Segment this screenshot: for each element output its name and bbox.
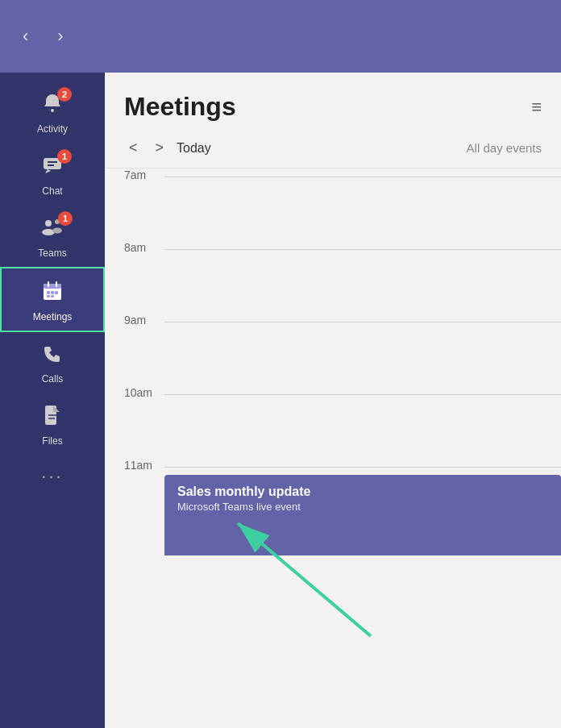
activity-badge: 2	[57, 87, 72, 102]
phone-icon	[42, 343, 63, 370]
content-header: Meetings ≡	[105, 73, 561, 131]
time-divider-8am	[164, 249, 561, 250]
chat-icon: 1	[41, 154, 64, 182]
time-slot-11am: 11am Sales monthly update Microsoft Team…	[105, 459, 561, 555]
sidebar-item-activity-label: Activity	[37, 123, 68, 135]
svg-rect-15	[55, 291, 58, 294]
event-subtitle: Microsoft Teams live event	[177, 501, 548, 513]
calendar-body: 7am 8am 9am 10am	[105, 168, 561, 728]
teams-badge: 1	[58, 211, 73, 226]
main-container: 2 Activity 1 Chat	[0, 73, 561, 728]
sidebar-item-more[interactable]: ···	[0, 455, 105, 495]
prev-date-button[interactable]: <	[124, 138, 143, 158]
sidebar-item-meetings-label: Meetings	[33, 311, 73, 322]
time-label-11am: 11am	[124, 459, 164, 472]
sidebar-item-chat-label: Chat	[42, 185, 62, 197]
page-title: Meetings	[124, 92, 236, 122]
top-bar: ‹ ›	[0, 0, 561, 73]
time-divider-11am	[164, 467, 561, 468]
back-button[interactable]: ‹	[16, 23, 35, 50]
time-row-9am: 9am	[105, 314, 561, 327]
next-date-button[interactable]: >	[151, 138, 169, 158]
time-divider-7am	[164, 177, 561, 177]
svg-rect-14	[51, 291, 54, 294]
time-slot-10am: 10am	[105, 386, 561, 459]
sidebar-item-chat[interactable]: 1 Chat	[0, 143, 105, 205]
time-slot-8am: 8am	[105, 241, 561, 314]
svg-rect-13	[47, 291, 50, 294]
time-row-7am: 7am	[105, 168, 561, 181]
sidebar-item-files[interactable]: Files	[0, 393, 105, 455]
content-area: Meetings ≡ < > Today All day events 7am …	[105, 73, 561, 728]
teams-icon: 1	[40, 216, 64, 244]
event-title: Sales monthly update	[177, 485, 548, 499]
more-icon: ···	[41, 466, 63, 487]
svg-point-5	[45, 220, 52, 227]
time-divider-10am	[164, 394, 561, 395]
svg-rect-17	[51, 295, 54, 297]
event-sales-monthly[interactable]: Sales monthly update Microsoft Teams liv…	[164, 475, 561, 555]
date-navigation: < > Today All day events	[105, 131, 561, 168]
chat-badge: 1	[57, 149, 72, 164]
time-row-11am: 11am	[105, 459, 561, 472]
calendar-icon	[41, 280, 64, 308]
svg-point-0	[51, 109, 54, 112]
all-day-events-label: All day events	[467, 141, 542, 155]
sidebar-item-meetings[interactable]: Meetings	[0, 267, 105, 332]
time-label-9am: 9am	[124, 314, 164, 327]
time-divider-9am	[164, 322, 561, 322]
svg-marker-4	[45, 169, 51, 173]
sidebar-item-calls[interactable]: Calls	[0, 332, 105, 393]
sidebar-item-calls-label: Calls	[42, 373, 64, 385]
sidebar-item-teams[interactable]: 1 Teams	[0, 205, 105, 267]
sidebar: 2 Activity 1 Chat	[0, 73, 105, 728]
time-label-10am: 10am	[124, 386, 164, 399]
current-date-label: Today	[177, 141, 211, 156]
svg-rect-10	[44, 284, 61, 289]
time-label-8am: 8am	[124, 241, 164, 254]
time-row-10am: 10am	[105, 386, 561, 399]
list-view-icon[interactable]: ≡	[531, 97, 542, 118]
forward-button[interactable]: ›	[51, 23, 69, 50]
sidebar-item-files-label: Files	[42, 435, 62, 447]
sidebar-item-activity[interactable]: 2 Activity	[0, 81, 105, 143]
svg-rect-16	[47, 295, 50, 297]
svg-point-8	[52, 228, 62, 234]
time-label-7am: 7am	[124, 168, 164, 181]
bell-icon: 2	[41, 92, 64, 120]
time-slot-7am: 7am	[105, 168, 561, 241]
time-slot-9am: 9am	[105, 314, 561, 386]
files-icon	[42, 404, 63, 432]
sidebar-item-teams-label: Teams	[38, 248, 66, 259]
time-row-8am: 8am	[105, 241, 561, 254]
